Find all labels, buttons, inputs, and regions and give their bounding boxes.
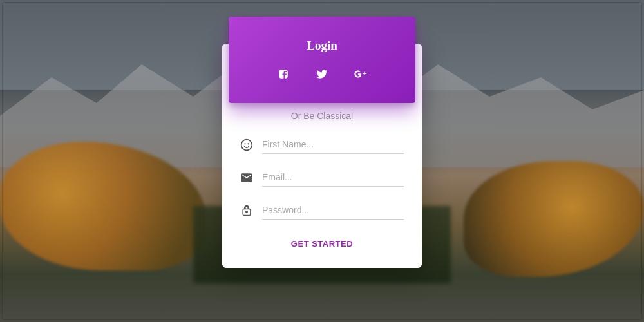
password-row [240, 201, 404, 220]
bg-foliage-right [464, 161, 644, 277]
email-row [240, 168, 404, 187]
login-title: Login [307, 39, 337, 53]
facebook-icon[interactable] [276, 67, 290, 81]
email-input[interactable] [262, 168, 404, 187]
get-started-button[interactable]: GET STARTED [281, 234, 363, 254]
first-name-row [240, 135, 404, 154]
googleplus-icon[interactable] [354, 67, 368, 81]
first-name-input[interactable] [262, 135, 404, 154]
divider-text: Or Be Classical [240, 111, 404, 121]
svg-point-1 [244, 143, 245, 144]
login-header-panel: Login [229, 17, 415, 103]
password-input[interactable] [262, 201, 404, 220]
person-icon [240, 138, 253, 151]
lock-icon [240, 204, 253, 217]
svg-point-3 [246, 211, 247, 213]
svg-point-2 [247, 143, 249, 144]
twitter-icon[interactable] [315, 67, 329, 81]
svg-point-0 [242, 139, 252, 150]
social-login-row [276, 67, 368, 81]
email-icon [240, 171, 253, 184]
